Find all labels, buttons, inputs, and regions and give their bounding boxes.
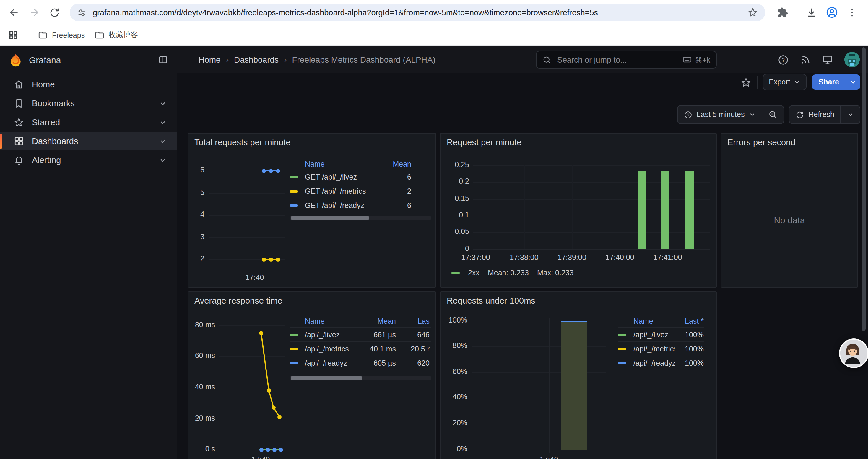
legend-series-name[interactable]: /api/_/livez: [305, 330, 363, 339]
zoom-out-button[interactable]: [762, 106, 783, 124]
sidebar-item-dashboards[interactable]: Dashboards: [0, 132, 177, 150]
panel-title[interactable]: Total requests per minute: [194, 138, 291, 147]
back-button[interactable]: [6, 4, 23, 21]
legend-series-mean: 6: [376, 201, 411, 209]
bookmarks-divider: [28, 30, 28, 40]
favorite-star-icon[interactable]: [740, 76, 752, 88]
y-tick: 80 ms: [188, 321, 215, 329]
assistant-avatar[interactable]: [839, 338, 868, 368]
sidebar-item-label: Bookmarks: [32, 99, 159, 108]
apps-grid-icon[interactable]: [8, 30, 18, 40]
y-tick: 6: [188, 166, 205, 174]
chevron-down-icon[interactable]: [159, 137, 167, 145]
chevron-down-icon[interactable]: [159, 156, 167, 164]
legend-series-name[interactable]: 2xx: [468, 269, 479, 277]
refresh-button[interactable]: Refresh: [789, 106, 840, 124]
time-range-label: Last 5 minutes: [696, 110, 745, 119]
y-tick: 60 ms: [188, 352, 215, 360]
y-tick: 0 s: [188, 445, 215, 453]
legend-series-last: 20.5 r: [396, 345, 430, 353]
time-range-picker[interactable]: Last 5 minutes: [678, 106, 762, 124]
address-bar[interactable]: grafana.mathmast.com/d/deytv4rwavabkb/fr…: [70, 4, 765, 21]
sidebar-item-home[interactable]: Home: [0, 76, 177, 93]
folder-icon: [94, 30, 104, 40]
legend-series-name[interactable]: /api/_/readyz: [633, 359, 675, 367]
search-input[interactable]: [556, 55, 678, 65]
legend-scrollbar[interactable]: [289, 376, 431, 381]
sidebar-item-label: Alerting: [32, 155, 159, 165]
reload-button[interactable]: [46, 4, 63, 21]
search-box[interactable]: ⌘+k: [536, 51, 717, 68]
x-tick: 17:40: [241, 273, 269, 282]
grafana-brand[interactable]: Grafana: [29, 55, 61, 65]
share-button[interactable]: Share: [812, 74, 846, 90]
user-avatar[interactable]: [844, 52, 860, 67]
chevron-down-icon[interactable]: [159, 119, 167, 126]
legend-header-mean[interactable]: Mean: [363, 317, 396, 326]
url-text[interactable]: grafana.mathmast.com/d/deytv4rwavabkb/fr…: [93, 8, 742, 17]
legend-header-last[interactable]: Las: [396, 317, 430, 326]
panel-title[interactable]: Request per minute: [447, 138, 522, 147]
legend-header-name[interactable]: Name: [305, 317, 363, 326]
gridline-zero: [473, 249, 710, 250]
y-tick: 0.15: [441, 194, 469, 203]
monitor-icon[interactable]: [822, 54, 833, 65]
menu-kebab-icon[interactable]: [847, 7, 857, 18]
site-settings-icon[interactable]: [77, 7, 87, 18]
breadcrumb-home[interactable]: Home: [198, 55, 221, 64]
legend-series-name[interactable]: GET /api/_/metrics: [305, 187, 376, 195]
legend-series-last: 100%: [675, 330, 704, 339]
legend-series-name[interactable]: GET /api/_/readyz: [305, 201, 376, 209]
sidebar-item-starred[interactable]: Starred: [0, 113, 177, 131]
profile-icon[interactable]: [826, 6, 838, 19]
legend-series-name[interactable]: /api/_/readyz: [305, 359, 363, 367]
legend-series-name[interactable]: /api/_/metrics: [305, 345, 363, 353]
bookmark-icon: [13, 98, 24, 109]
panel-title[interactable]: Requests under 100ms: [447, 296, 535, 305]
refresh-interval-button[interactable]: [841, 106, 860, 124]
grafana-logo[interactable]: [8, 52, 23, 67]
bookmark-folder-blogs[interactable]: 收藏博客: [94, 30, 138, 40]
keyboard-icon: [682, 55, 692, 64]
legend-series-name[interactable]: /api/_/metrics: [633, 345, 675, 353]
legend-header-name[interactable]: Name: [633, 317, 675, 326]
chevron-down-icon[interactable]: [159, 100, 167, 107]
gridline: [473, 182, 710, 183]
breadcrumb-dashboards[interactable]: Dashboards: [234, 55, 279, 64]
panel-request-per-minute: Request per minute 0.25 0.2 0.15 0.1 0.0…: [440, 133, 717, 288]
legend-header-mean[interactable]: Mean: [376, 160, 411, 168]
sidebar: Home Bookmarks Starred Dashboards Alerti: [0, 73, 177, 459]
search-shortcut: ⌘+k: [682, 55, 710, 64]
active-accent-bar: [0, 133, 2, 149]
legend-series-name[interactable]: GET /api/_/livez: [305, 173, 376, 181]
legend-series-name[interactable]: /api/_/livez: [633, 330, 675, 339]
bookmark-folder-freeleaps[interactable]: Freeleaps: [38, 30, 85, 40]
series-swatch: [289, 362, 298, 364]
sidebar-toggle-icon[interactable]: [158, 54, 168, 65]
legend-header-name[interactable]: Name: [305, 160, 376, 168]
legend-header-last[interactable]: Last *: [675, 317, 704, 326]
bookmark-star-icon[interactable]: [747, 7, 758, 18]
legend-series-mean: 2: [376, 187, 411, 195]
export-button[interactable]: Export: [763, 74, 807, 90]
panel-title[interactable]: Errors per second: [727, 138, 796, 147]
share-menu-button[interactable]: [845, 74, 860, 90]
extensions-icon[interactable]: [777, 7, 788, 18]
chevron-down-icon: [847, 111, 854, 118]
bar-2xx: [638, 171, 646, 249]
page-scrollbar[interactable]: [862, 47, 866, 331]
time-range-group: Last 5 minutes: [677, 105, 784, 124]
legend-row: /api/_/readyz 100%: [618, 356, 704, 370]
download-icon[interactable]: [805, 6, 817, 18]
toolbar-divider: [797, 6, 797, 18]
sidebar-item-bookmarks[interactable]: Bookmarks: [0, 95, 177, 112]
gridline: [473, 216, 710, 216]
news-rss-icon[interactable]: [800, 54, 811, 65]
panel-title[interactable]: Average response time: [194, 296, 282, 305]
shortcut-label: ⌘+k: [695, 55, 710, 64]
gridline: [209, 193, 285, 194]
sidebar-item-alerting[interactable]: Alerting: [0, 151, 177, 169]
help-icon[interactable]: ?: [778, 54, 789, 65]
legend-scrollbar[interactable]: [289, 216, 431, 220]
forward-button[interactable]: [26, 4, 42, 21]
